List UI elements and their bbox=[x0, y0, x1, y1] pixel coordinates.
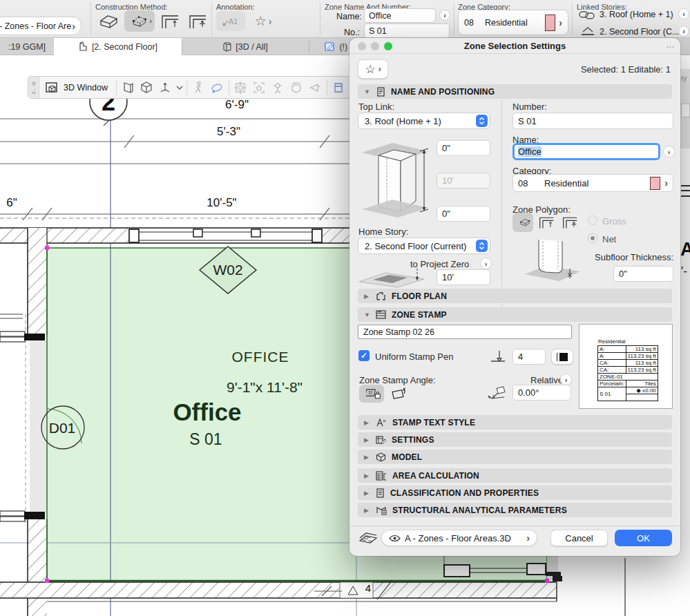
project-zero-options-button[interactable]: › bbox=[480, 258, 492, 269]
collapsed-icon: ▶ bbox=[364, 293, 370, 300]
section-structural-parameters[interactable]: ▶ STRUCTURAL ANALYTICAL PARAMETERS bbox=[358, 503, 672, 517]
tab-previous-view[interactable]: :19 GGM] bbox=[0, 38, 54, 55]
selection-handle bbox=[545, 579, 549, 583]
tab-second-floor[interactable]: [2. Second Floor] bbox=[54, 38, 182, 55]
zone-stamp-list[interactable]: Zone Stamp 02 26 bbox=[358, 325, 572, 339]
category-selector[interactable]: 08 Residential › bbox=[512, 174, 673, 192]
net-radio[interactable] bbox=[588, 233, 597, 243]
construction-method-polygon-selected[interactable]: › bbox=[124, 10, 155, 32]
cancel-button[interactable]: Cancel bbox=[550, 530, 608, 546]
camera-icon[interactable] bbox=[269, 78, 287, 97]
section-floor-plan[interactable]: ▶ FLOOR PLAN bbox=[358, 289, 672, 303]
layers-icon bbox=[358, 530, 378, 546]
walk-mode-icon[interactable] bbox=[189, 78, 208, 97]
door-marker-label[interactable]: D01 bbox=[49, 420, 76, 436]
ok-button[interactable]: OK bbox=[615, 530, 672, 546]
view-cone-icon[interactable] bbox=[306, 78, 325, 97]
linked-story-roof[interactable]: 3. Roof (Home + 1) bbox=[600, 10, 673, 19]
3d-window-button[interactable]: 3D Window bbox=[39, 77, 114, 98]
stamp-angle-rotate-button[interactable] bbox=[388, 385, 413, 403]
construction-method-box[interactable] bbox=[94, 10, 123, 32]
name-field-focused[interactable]: Office bbox=[512, 143, 660, 160]
zone-stamp-angle-label: Zone Stamp Angle: bbox=[359, 375, 436, 385]
section-model[interactable]: ▶ MODEL bbox=[358, 450, 672, 464]
uniform-stamp-pen-label: Uniform Stamp Pen bbox=[375, 352, 453, 362]
home-view-icon[interactable] bbox=[250, 78, 269, 97]
construction-method-rectangle[interactable] bbox=[156, 10, 184, 32]
more-options-icon[interactable]: … bbox=[666, 39, 675, 50]
zone-stamp-caps[interactable]: OFFICE bbox=[232, 349, 289, 365]
fit-view-icon[interactable] bbox=[231, 78, 250, 97]
stamp-angle-field[interactable]: 0.00° bbox=[512, 385, 571, 401]
number-field[interactable]: S 01 bbox=[512, 113, 673, 129]
zone-polygon-auto-button[interactable] bbox=[512, 213, 533, 232]
section-classification-properties[interactable]: ▶ CLASSIFICATION AND PROPERTIES bbox=[358, 485, 672, 500]
stamp-angle-fixed-button[interactable] bbox=[359, 385, 384, 403]
toolbar-drag-tab[interactable]: 3... bbox=[28, 77, 39, 98]
orbit-axis-icon[interactable] bbox=[156, 78, 175, 97]
chevron-right-icon: › bbox=[443, 11, 446, 19]
pen-number-field[interactable]: 4 bbox=[512, 349, 546, 365]
3d-window-button-label: 3D Window bbox=[64, 83, 108, 93]
zone-category-selector[interactable]: 08 Residential › bbox=[458, 10, 568, 35]
pen-color-button[interactable] bbox=[551, 349, 573, 365]
dialog-titlebar[interactable]: Zone Selection Settings … bbox=[349, 38, 680, 54]
perspective-view-icon[interactable] bbox=[119, 78, 137, 97]
layer-selector[interactable]: A - Zones - Floor Areas.3D › bbox=[381, 530, 537, 546]
name-options-button[interactable]: › bbox=[439, 10, 450, 21]
relative-options-button[interactable]: › bbox=[560, 374, 572, 385]
zone-number-field[interactable]: S 01 bbox=[364, 23, 450, 38]
category-name: Residential bbox=[485, 18, 545, 28]
construction-method-rotated-rectangle[interactable] bbox=[184, 10, 211, 32]
offset-top-field[interactable]: 0" bbox=[437, 140, 490, 156]
expanded-icon: ▼ bbox=[364, 88, 370, 95]
stamp-text-style-icon bbox=[376, 418, 387, 427]
section-title: MODEL bbox=[392, 452, 422, 462]
partial-icon[interactable] bbox=[329, 78, 348, 97]
window-marker-label[interactable]: W02 bbox=[213, 262, 242, 278]
section-name-and-positioning[interactable]: ▼ NAME AND POSITIONING bbox=[358, 84, 672, 99]
collapsed-icon: ▶ bbox=[364, 454, 370, 461]
name-options-button[interactable]: › bbox=[663, 146, 675, 157]
section-stamp-text-style[interactable]: ▶ STAMP TEXT STYLE bbox=[358, 415, 672, 430]
cutaway-icon[interactable] bbox=[287, 78, 306, 97]
linked-story-options-button[interactable]: › bbox=[678, 26, 689, 37]
dimension-text: 6" bbox=[6, 196, 17, 210]
chevron-down-icon[interactable] bbox=[175, 78, 184, 97]
project-zero-field[interactable]: 10' bbox=[437, 269, 490, 285]
uniform-stamp-pen-checkbox[interactable]: ✓ bbox=[358, 350, 370, 361]
chevron-right-icon: › bbox=[565, 376, 568, 384]
zone-name-field[interactable]: Office bbox=[364, 8, 436, 23]
linked-story-floor[interactable]: 2. Second Floor (C... bbox=[600, 27, 679, 37]
linked-story-options-button[interactable]: › bbox=[678, 8, 689, 19]
section-area-calculation[interactable]: ▶ AREA CALCULATION bbox=[358, 468, 672, 483]
zone-polygon-inner-button[interactable] bbox=[536, 213, 557, 232]
tab-3d-all[interactable]: [3D / All] bbox=[182, 38, 309, 55]
section-zone-stamp[interactable]: ▼ ZONE STAMP bbox=[358, 307, 672, 322]
annotation-favorites-button[interactable]: ☆ › bbox=[248, 11, 278, 31]
zone-polygon-reference-button[interactable] bbox=[559, 213, 580, 232]
window-w02-plan[interactable] bbox=[129, 229, 322, 242]
section-settings[interactable]: ▶ SETTINGS bbox=[358, 432, 672, 447]
orbit-mode-icon[interactable] bbox=[208, 78, 227, 97]
axonometry-view-icon[interactable] bbox=[137, 78, 156, 97]
zone-stamp-size[interactable]: 9'-1"x 11'-8" bbox=[227, 379, 303, 396]
annotation-label: Annotation: bbox=[216, 3, 255, 11]
home-story-select[interactable]: 2. Second Floor (Current) bbox=[358, 238, 490, 254]
favorites-dropdown[interactable]: - Zones - Floor Areas.... › bbox=[0, 17, 82, 35]
area-calculation-icon bbox=[376, 471, 387, 481]
gross-radio[interactable] bbox=[588, 215, 597, 225]
zone-stamp-number[interactable]: S 01 bbox=[189, 430, 222, 449]
chevron-right-icon: › bbox=[668, 148, 671, 156]
annotation-a1-button[interactable]: A1 bbox=[216, 11, 245, 31]
favorites-button[interactable]: ☆ › bbox=[358, 59, 388, 79]
section-title: ZONE STAMP bbox=[392, 310, 447, 320]
category-color-swatch bbox=[650, 177, 660, 190]
zone-height-field[interactable]: 10' bbox=[437, 173, 490, 189]
top-link-select[interactable]: 3. Roof (Home + 1) bbox=[358, 113, 490, 129]
subfloor-thickness-field[interactable]: 0" bbox=[613, 266, 673, 282]
chevron-right-icon: › bbox=[149, 17, 152, 25]
chevron-right-icon: › bbox=[559, 18, 562, 28]
offset-bottom-field[interactable]: 0" bbox=[437, 206, 490, 222]
zone-stamp-name[interactable]: Office bbox=[173, 398, 241, 426]
